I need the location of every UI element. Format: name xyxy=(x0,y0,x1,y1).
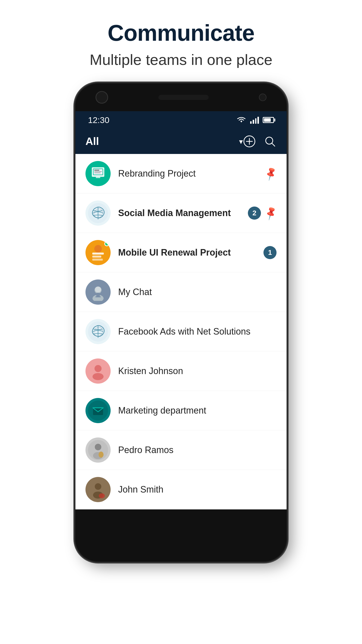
svg-rect-10 xyxy=(94,173,101,173)
chat-name-john: John Smith xyxy=(118,484,163,495)
svg-line-4 xyxy=(272,143,275,146)
avatar-marketing xyxy=(85,398,111,423)
online-indicator xyxy=(104,241,109,246)
chat-name-kristen: Kristen Johnson xyxy=(118,366,183,376)
header-actions xyxy=(243,135,277,148)
svg-point-27 xyxy=(93,373,104,380)
svg-point-19 xyxy=(95,287,101,293)
chat-item-rebranding[interactable]: Rebranding Project 📌 xyxy=(75,154,287,193)
svg-rect-8 xyxy=(94,170,99,171)
svg-rect-9 xyxy=(94,171,102,172)
chat-item-marketing[interactable]: Marketing department xyxy=(75,391,287,430)
svg-rect-11 xyxy=(96,177,100,178)
svg-point-36 xyxy=(95,483,101,490)
chat-meta-rebranding: 📌 xyxy=(265,168,277,179)
chat-info-john: John Smith xyxy=(118,484,277,495)
chat-name-rebranding: Rebranding Project xyxy=(118,168,196,179)
avatar-social xyxy=(85,200,111,226)
chat-item-mychat[interactable]: My Chat xyxy=(75,272,287,312)
phone-top xyxy=(75,84,287,111)
chat-info-facebook: Facebook Ads with Net Solutions xyxy=(118,326,277,337)
chat-name-mobile: Mobile UI Renewal Project xyxy=(118,247,231,258)
front-camera xyxy=(96,91,108,104)
signal-icon xyxy=(250,116,259,124)
filter-label: All xyxy=(85,135,237,147)
chat-info-kristen: Kristen Johnson xyxy=(118,366,277,376)
avatar-mobile xyxy=(85,240,111,265)
svg-point-32 xyxy=(95,444,101,450)
phone-frame: 12:30 xyxy=(75,84,287,561)
svg-rect-17 xyxy=(92,259,103,261)
chat-name-marketing: Marketing department xyxy=(118,405,206,416)
chat-name-mychat: My Chat xyxy=(118,287,152,297)
svg-rect-22 xyxy=(95,296,101,297)
chat-item-facebook[interactable]: Facebook Ads with Net Solutions xyxy=(75,312,287,351)
chat-item-social[interactable]: Social Media Management 2 📌 xyxy=(75,193,287,233)
front-sensor xyxy=(259,94,266,101)
search-button[interactable] xyxy=(263,135,277,148)
page-header: Communicate Multiple teams in one place xyxy=(0,0,362,84)
avatar-kristen xyxy=(85,358,111,384)
front-speaker xyxy=(158,95,209,100)
chat-info-marketing: Marketing department xyxy=(118,405,277,416)
page-title: Communicate xyxy=(5,20,357,46)
svg-point-38 xyxy=(99,493,105,498)
badge-social: 2 xyxy=(248,207,261,220)
phone-bottom xyxy=(75,509,287,530)
battery-icon xyxy=(263,117,274,123)
status-time: 12:30 xyxy=(88,115,109,125)
avatar-rebranding xyxy=(85,161,111,186)
avatar-mychat xyxy=(85,279,111,305)
status-icons xyxy=(236,116,274,124)
svg-point-34 xyxy=(99,452,104,458)
svg-rect-16 xyxy=(92,256,101,258)
chat-name-facebook: Facebook Ads with Net Solutions xyxy=(118,326,250,337)
chat-info-mobile: Mobile UI Renewal Project xyxy=(118,247,263,258)
chat-info-rebranding: Rebranding Project xyxy=(118,168,265,179)
chat-name-social: Social Media Management xyxy=(118,208,231,218)
svg-point-14 xyxy=(94,245,102,253)
chat-info-mychat: My Chat xyxy=(118,287,277,297)
status-bar: 12:30 xyxy=(75,111,287,129)
svg-rect-29 xyxy=(93,408,103,415)
chat-meta-mobile: 1 xyxy=(263,246,277,259)
chat-info-pedro: Pedro Ramos xyxy=(118,445,277,455)
chat-item-john[interactable]: John Smith xyxy=(75,470,287,509)
svg-point-26 xyxy=(95,365,102,372)
wifi-icon xyxy=(236,116,246,124)
chat-name-pedro: Pedro Ramos xyxy=(118,445,173,455)
chat-info-social: Social Media Management xyxy=(118,208,248,218)
avatar-john xyxy=(85,477,111,502)
badge-mobile: 1 xyxy=(263,246,277,259)
chat-list: Rebranding Project 📌 xyxy=(75,154,287,509)
chat-meta-social: 2 📌 xyxy=(248,207,277,220)
avatar-facebook xyxy=(85,319,111,344)
chat-item-pedro[interactable]: Pedro Ramos xyxy=(75,430,287,470)
svg-rect-15 xyxy=(92,253,104,255)
app-header: All ▾ xyxy=(75,129,287,154)
avatar-pedro xyxy=(85,437,111,463)
dropdown-icon[interactable]: ▾ xyxy=(239,137,243,146)
add-chat-button[interactable] xyxy=(243,135,256,148)
chat-item-kristen[interactable]: Kristen Johnson xyxy=(75,351,287,391)
phone-container: 12:30 xyxy=(73,84,289,561)
page-subtitle: Multiple teams in one place xyxy=(5,51,357,68)
pin-icon-social: 📌 xyxy=(263,205,279,221)
pin-icon-rebranding: 📌 xyxy=(263,166,279,181)
chat-item-mobile[interactable]: Mobile UI Renewal Project 1 xyxy=(75,233,287,272)
svg-rect-30 xyxy=(93,407,104,408)
